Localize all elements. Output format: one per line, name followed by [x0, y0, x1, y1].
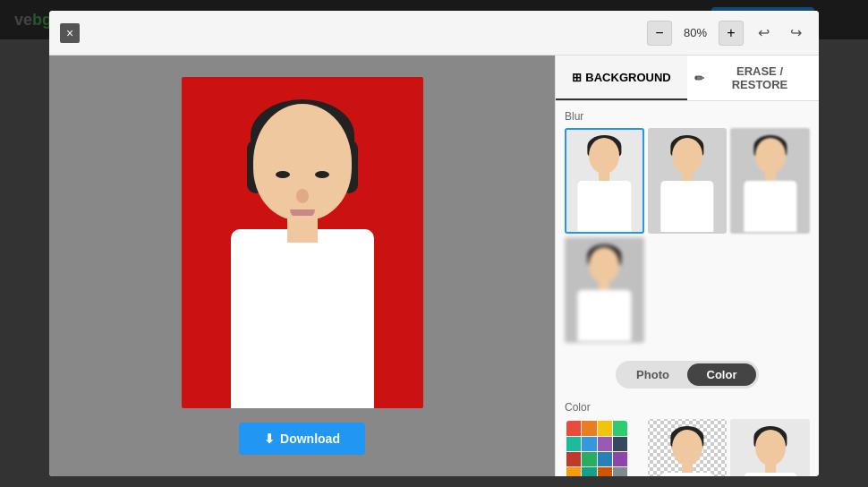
eye-left [276, 171, 290, 178]
eraser-icon: ✏ [694, 72, 704, 85]
thumb-body [744, 181, 796, 232]
panel-content[interactable]: Blur [556, 101, 819, 476]
right-panel: ⊞ BACKGROUND ✏ ERASE / RESTORE Blur [555, 56, 819, 476]
eye-right [315, 171, 329, 178]
thumb-head [672, 138, 702, 174]
color-thumbnails-row1 [565, 419, 810, 476]
color-label: Color [565, 401, 810, 414]
canvas-area: ⬇ Download [49, 56, 555, 476]
thumb-head [589, 247, 619, 283]
thumb-body [744, 473, 796, 476]
transparent-bg-thumb[interactable] [648, 419, 728, 476]
thumb-head [672, 430, 702, 466]
zoom-out-button[interactable]: − [647, 21, 672, 46]
tab-erase-label: ERASE / RESTORE [708, 64, 812, 91]
download-button[interactable]: ⬇ Download [239, 423, 365, 455]
nose [296, 189, 309, 203]
thumb-body [578, 181, 631, 232]
photo-color-toggle-wrapper: Photo Color [565, 354, 810, 396]
color-palette-thumb[interactable] [565, 419, 644, 476]
tab-erase-restore[interactable]: ✏ ERASE / RESTORE [687, 56, 819, 100]
neck [287, 216, 318, 243]
blur-thumb-heavy[interactable] [730, 128, 810, 234]
download-icon: ⬇ [264, 431, 275, 446]
panel-tabs: ⊞ BACKGROUND ✏ ERASE / RESTORE [556, 56, 819, 101]
thumb-body [578, 290, 631, 341]
modal-overlay: × − 80% + ↩ ↪ [0, 0, 868, 487]
light-gray-bg-thumb[interactable] [730, 419, 810, 476]
person-figure [204, 86, 401, 408]
modal-toolbar: × − 80% + ↩ ↪ [49, 11, 819, 56]
toggle-color-button[interactable]: Color [687, 363, 756, 386]
thumb-body [660, 473, 713, 476]
tab-background[interactable]: ⊞ BACKGROUND [556, 56, 687, 100]
toggle-photo-button[interactable]: Photo [618, 363, 687, 386]
layers-icon: ⊞ [572, 71, 582, 84]
zoom-in-button[interactable]: + [719, 21, 744, 46]
download-label: Download [280, 431, 340, 446]
download-area: ⬇ Download [239, 423, 365, 455]
head [253, 104, 352, 220]
photo-container [182, 77, 423, 408]
modal: × − 80% + ↩ ↪ [49, 11, 819, 476]
zoom-level: 80% [679, 26, 711, 39]
color-palette [566, 421, 627, 476]
photo-color-toggle: Photo Color [616, 361, 759, 389]
undo-button[interactable]: ↩ [751, 21, 776, 46]
thumb-head [755, 430, 786, 466]
modal-body: ⬇ Download ⊞ BACKGROUND ✏ ERASE / RESTOR… [49, 56, 819, 476]
close-button[interactable]: × [60, 23, 80, 43]
blur-label: Blur [565, 110, 810, 123]
redo-button[interactable]: ↪ [783, 21, 808, 46]
blur-thumbnails [565, 128, 810, 343]
blur-thumb-medium[interactable] [648, 128, 728, 234]
blur-thumb-extra[interactable] [565, 237, 644, 343]
body-shirt [231, 229, 374, 408]
thumb-body [660, 181, 713, 232]
blur-thumb-none[interactable] [565, 128, 644, 234]
photo-main [182, 77, 423, 408]
thumb-head [755, 138, 786, 174]
thumb-head [589, 138, 619, 174]
tab-background-label: BACKGROUND [585, 71, 670, 84]
